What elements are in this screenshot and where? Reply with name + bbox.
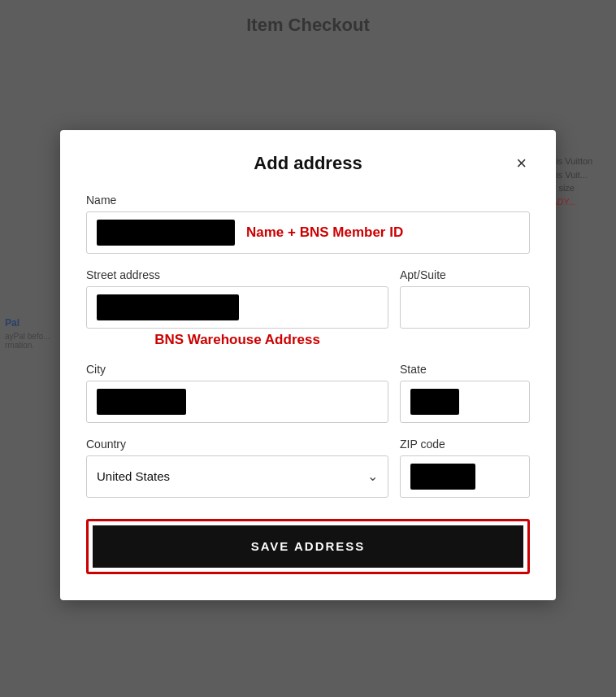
country-label: Country	[86, 438, 388, 451]
apt-input[interactable]	[400, 286, 530, 329]
name-label: Name	[86, 194, 530, 207]
save-button-wrapper: SAVE ADDRESS	[86, 519, 530, 574]
zip-input-redacted	[410, 464, 475, 490]
country-col: Country United States ⌄	[86, 438, 388, 498]
modal-close-button[interactable]: ×	[513, 153, 530, 174]
apt-col: Apt/Suite	[400, 268, 530, 348]
state-label: State	[400, 363, 530, 376]
modal-header: Add address ×	[86, 153, 530, 174]
zip-col: ZIP code	[400, 438, 530, 498]
zip-input-wrapper[interactable]	[400, 455, 530, 498]
city-input-redacted	[97, 389, 186, 415]
zip-label: ZIP code	[400, 438, 530, 451]
city-col: City	[86, 363, 388, 423]
state-input-wrapper[interactable]	[400, 381, 530, 423]
city-input-wrapper[interactable]	[86, 381, 388, 423]
street-col: Street address BNS Warehouse Address	[86, 268, 388, 348]
chevron-down-icon: ⌄	[367, 468, 378, 484]
country-select-wrapper[interactable]: United States ⌄	[86, 455, 388, 498]
street-label: Street address	[86, 268, 388, 281]
modal-title: Add address	[254, 153, 362, 174]
name-section: Name Name + BNS Member ID	[86, 194, 530, 254]
country-zip-row: Country United States ⌄ ZIP code	[86, 438, 530, 498]
street-input-wrapper[interactable]	[86, 286, 388, 329]
name-field-wrapper[interactable]: Name + BNS Member ID	[86, 211, 530, 254]
apt-label: Apt/Suite	[400, 268, 530, 281]
add-address-modal: Add address × Name Name + BNS Member ID …	[60, 130, 556, 600]
modal-overlay: Add address × Name Name + BNS Member ID …	[0, 0, 616, 697]
city-state-row: City State	[86, 363, 530, 423]
city-label: City	[86, 363, 388, 376]
save-address-button[interactable]: SAVE ADDRESS	[93, 525, 523, 568]
address-row: Street address BNS Warehouse Address Apt…	[86, 268, 530, 348]
name-input-redacted	[97, 220, 235, 246]
street-annotation: BNS Warehouse Address	[86, 332, 388, 348]
name-annotation: Name + BNS Member ID	[246, 224, 403, 241]
country-value: United States	[97, 469, 367, 483]
street-apt-section: Street address BNS Warehouse Address Apt…	[86, 268, 530, 348]
state-input-redacted	[410, 389, 459, 415]
page-background: Item Checkout Louis VuittonLouis Vuit...…	[0, 0, 616, 697]
state-col: State	[400, 363, 530, 423]
street-input-redacted	[97, 294, 239, 320]
